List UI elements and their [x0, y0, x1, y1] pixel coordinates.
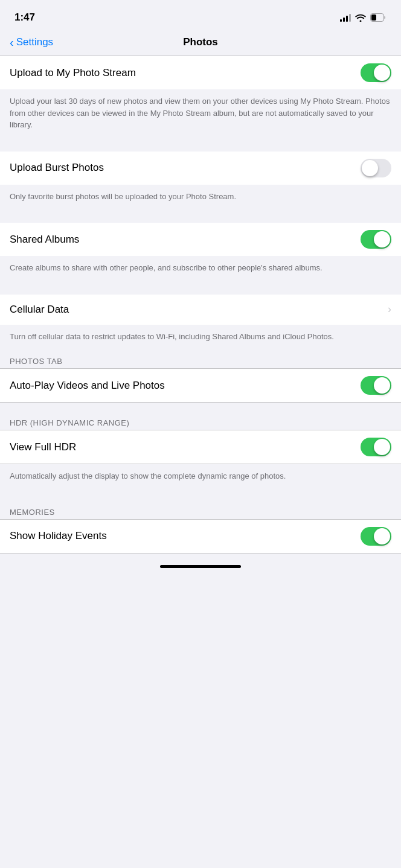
nav-bar: ‹ Settings Photos — [0, 31, 401, 56]
holiday-events-label: Show Holiday Events — [10, 530, 107, 542]
shared-albums-description: Create albums to share with other people… — [0, 256, 401, 284]
upload-photo-stream-row: Upload to My Photo Stream — [0, 56, 401, 89]
status-time: 1:47 — [14, 11, 35, 24]
holiday-events-toggle[interactable] — [361, 527, 391, 546]
autoplay-toggle[interactable] — [361, 376, 391, 395]
hdr-description: Automatically adjust the display to show… — [0, 464, 401, 492]
burst-description: Only favorite burst photos will be uploa… — [0, 185, 401, 212]
toggle-knob — [374, 528, 390, 544]
back-label: Settings — [16, 36, 53, 48]
group-gap-3 — [0, 284, 401, 295]
autoplay-group: Auto-Play Videos and Live Photos — [0, 369, 401, 402]
shared-albums-row: Shared Albums — [0, 223, 401, 256]
cellular-data-group: Cellular Data › — [0, 295, 401, 325]
photo-stream-group: Upload to My Photo Stream — [0, 56, 401, 89]
toggle-knob — [374, 439, 390, 455]
toggle-knob — [374, 231, 390, 247]
holiday-events-row: Show Holiday Events — [0, 520, 401, 553]
chevron-right-icon: › — [388, 303, 391, 316]
signal-icon — [340, 13, 351, 22]
memories-section-header: MEMORIES — [0, 503, 401, 519]
holiday-events-group: Show Holiday Events — [0, 520, 401, 553]
wifi-icon — [355, 13, 366, 22]
group-gap-4 — [0, 403, 401, 413]
status-bar: 1:47 — [0, 0, 401, 31]
battery-icon — [370, 13, 387, 22]
upload-burst-toggle[interactable] — [361, 159, 391, 177]
group-gap-1 — [0, 141, 401, 152]
autoplay-label: Auto-Play Videos and Live Photos — [10, 380, 165, 392]
group-gap-5 — [0, 492, 401, 503]
view-hdr-toggle[interactable] — [361, 438, 391, 456]
autoplay-row: Auto-Play Videos and Live Photos — [0, 369, 401, 402]
svg-rect-1 — [371, 14, 376, 21]
upload-photo-stream-toggle[interactable] — [361, 63, 391, 82]
shared-albums-label: Shared Albums — [10, 234, 79, 246]
home-indicator — [160, 565, 241, 568]
toggle-knob — [374, 65, 390, 81]
status-icons — [340, 13, 387, 22]
page-title: Photos — [183, 36, 218, 48]
toggle-knob — [362, 160, 378, 176]
home-indicator-area — [0, 554, 401, 578]
upload-burst-row: Upload Burst Photos — [0, 152, 401, 185]
back-chevron-icon: ‹ — [10, 36, 14, 49]
hdr-section-header: HDR (HIGH DYNAMIC RANGE) — [0, 413, 401, 430]
toggle-knob — [374, 377, 390, 394]
cellular-data-label: Cellular Data — [10, 304, 69, 316]
cellular-data-description: Turn off cellular data to restrict updat… — [0, 325, 401, 353]
group-gap-2 — [0, 212, 401, 223]
shared-albums-toggle[interactable] — [361, 230, 391, 249]
upload-burst-label: Upload Burst Photos — [10, 162, 104, 174]
back-button[interactable]: ‹ Settings — [10, 36, 53, 49]
hdr-group: View Full HDR — [0, 430, 401, 464]
view-hdr-label: View Full HDR — [10, 441, 76, 453]
cellular-data-row[interactable]: Cellular Data › — [0, 295, 401, 325]
upload-photo-stream-label: Upload to My Photo Stream — [10, 67, 136, 79]
photos-tab-section-header: PHOTOS TAB — [0, 352, 401, 368]
shared-albums-group: Shared Albums — [0, 223, 401, 256]
burst-photos-group: Upload Burst Photos — [0, 152, 401, 185]
view-hdr-row: View Full HDR — [0, 430, 401, 464]
photo-stream-description: Upload your last 30 days of new photos a… — [0, 89, 401, 141]
